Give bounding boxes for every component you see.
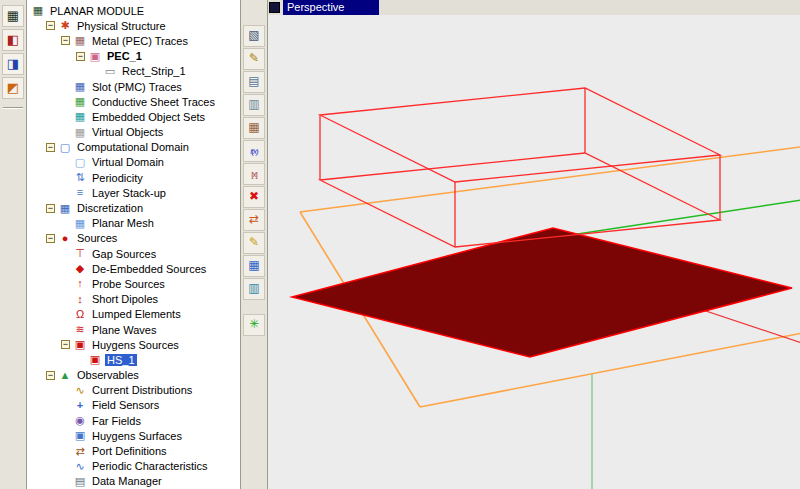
tree-item-data-manager[interactable]: −Data Manager — [27, 474, 240, 489]
tree-item-label: Current Distributions — [90, 384, 194, 396]
short-dipoles-icon — [73, 293, 87, 306]
collapse-icon[interactable]: − — [46, 204, 55, 213]
trace-tool-icon[interactable] — [243, 48, 265, 70]
update-star-icon[interactable] — [243, 314, 265, 336]
tree-item-label: Sources — [75, 232, 119, 244]
computational-domain-icon — [58, 141, 72, 154]
collapse-icon[interactable]: − — [46, 143, 55, 152]
tree-item-label: Huygens Surfaces — [90, 430, 184, 442]
viewport-header: Perspective — [268, 0, 800, 15]
tree-item-label: Discretization — [75, 202, 145, 214]
tree-item-field-sensors[interactable]: −Field Sensors — [27, 398, 240, 413]
tree-item-computational-domain[interactable]: −Computational Domain — [27, 140, 240, 155]
tree-item-far-fields[interactable]: −Far Fields — [27, 413, 240, 428]
tree-item-probe-sources[interactable]: −Probe Sources — [27, 276, 240, 291]
results-view-icon[interactable] — [2, 77, 24, 99]
plane-waves-icon — [73, 323, 87, 336]
tree-item-hs-1[interactable]: −HS_1 — [27, 352, 240, 367]
pec-group-icon — [88, 50, 102, 63]
3d-viewport[interactable]: Perspective — [268, 0, 800, 489]
tree-item-label: Rect_Strip_1 — [120, 65, 188, 77]
tree-item-label: Port Definitions — [90, 445, 169, 457]
periodic-characteristics-icon — [73, 460, 87, 473]
tree-item-huygens-sources[interactable]: −Huygens Sources — [27, 337, 240, 352]
tree-item-label: Gap Sources — [90, 248, 158, 260]
table-grid-icon[interactable] — [243, 255, 265, 277]
tree-item-embedded-object-sets[interactable]: −Embedded Object Sets — [27, 109, 240, 124]
tree-item-virtual-domain[interactable]: −Virtual Domain — [27, 155, 240, 170]
collapse-icon[interactable]: − — [46, 21, 55, 30]
tree-item-label: Far Fields — [90, 415, 143, 427]
huygens-sources-icon — [73, 338, 87, 351]
tree-item-port-definitions[interactable]: −Port Definitions — [27, 443, 240, 458]
3d-scene-canvas[interactable] — [268, 15, 800, 489]
tree-item-label: Probe Sources — [90, 278, 167, 290]
tree-item-lumped-elements[interactable]: −Lumped Elements — [27, 307, 240, 322]
discretization-icon — [58, 202, 72, 215]
lumped-elements-icon — [73, 308, 87, 321]
collapse-icon[interactable]: − — [61, 36, 70, 45]
tree-item-short-dipoles[interactable]: −Short Dipoles — [27, 292, 240, 307]
planar-mesh-icon — [73, 217, 87, 230]
tree-item-label: Field Sensors — [90, 399, 161, 411]
mesh-display-icon[interactable] — [243, 278, 265, 300]
pane-corner-icon[interactable] — [269, 2, 280, 13]
tree-item-discretization[interactable]: −Discretization — [27, 200, 240, 215]
tree-item-plane-waves[interactable]: −Plane Waves — [27, 322, 240, 337]
huygens-source-icon — [88, 353, 102, 366]
tree-item-planar-mesh[interactable]: −Planar Mesh — [27, 216, 240, 231]
tree-item-planar-module[interactable]: PLANAR MODULE — [27, 3, 240, 18]
pec-plate-object[interactable] — [292, 228, 792, 357]
collapse-icon[interactable]: − — [76, 52, 85, 61]
edit-pencil-icon[interactable] — [243, 232, 265, 254]
layers-icon[interactable] — [243, 71, 265, 93]
tree-item-metal-pec-traces[interactable]: −Metal (PEC) Traces — [27, 33, 240, 48]
slot-pmc-traces-icon — [73, 80, 87, 93]
tree-item-gap-sources[interactable]: −Gap Sources — [27, 246, 240, 261]
tree-item-huygens-surfaces[interactable]: −Huygens Surfaces — [27, 428, 240, 443]
tree-item-periodic-characteristics[interactable]: −Periodic Characteristics — [27, 459, 240, 474]
tree-item-rect-strip-1[interactable]: −Rect_Strip_1 — [27, 64, 240, 79]
collapse-icon[interactable]: − — [61, 340, 70, 349]
variables-icon[interactable] — [243, 163, 265, 185]
tree-item-conductive-sheet-traces[interactable]: −Conductive Sheet Traces — [27, 94, 240, 109]
collapse-icon[interactable]: − — [46, 371, 55, 380]
tree-item-periodicity[interactable]: −Periodicity — [27, 170, 240, 185]
current-distributions-icon — [73, 384, 87, 397]
window-view-icon[interactable] — [243, 94, 265, 116]
tree-item-current-distributions[interactable]: −Current Distributions — [27, 383, 240, 398]
editor-view-icon[interactable] — [2, 29, 24, 51]
mesh-grid-icon[interactable] — [243, 117, 265, 139]
huygens-box-wireframe[interactable] — [320, 88, 720, 247]
tree-item-label: Plane Waves — [90, 324, 158, 336]
tree-item-label: HS_1 — [105, 354, 137, 366]
observables-icon — [58, 369, 72, 382]
transform-icon[interactable] — [243, 209, 265, 231]
domain-box-icon[interactable] — [243, 25, 265, 47]
delete-icon[interactable] — [243, 186, 265, 208]
tree-item-label: Slot (PMC) Traces — [90, 81, 184, 93]
tree-item-virtual-objects[interactable]: −Virtual Objects — [27, 125, 240, 140]
tree-item-observables[interactable]: −Observables — [27, 368, 240, 383]
tree-item-sources[interactable]: −Sources — [27, 231, 240, 246]
rect-strip-icon — [103, 65, 117, 78]
probe-sources-icon — [73, 277, 87, 290]
tree-item-pec-1[interactable]: −PEC_1 — [27, 49, 240, 64]
tree-item-physical-structure[interactable]: −Physical Structure — [27, 18, 240, 33]
tree-item-layer-stack-up[interactable]: −Layer Stack-up — [27, 185, 240, 200]
planar-module-window: PLANAR MODULE−Physical Structure−Metal (… — [0, 0, 800, 489]
tree-item-label: Lumped Elements — [90, 308, 183, 320]
function-icon[interactable] — [243, 140, 265, 162]
project-tree-icon[interactable] — [2, 5, 24, 27]
tree-item-label: Conductive Sheet Traces — [90, 96, 217, 108]
tree-item-label: Layer Stack-up — [90, 187, 168, 199]
tree-item-label: De-Embedded Sources — [90, 263, 208, 275]
simulation-view-icon[interactable] — [2, 53, 24, 75]
collapse-icon[interactable]: − — [46, 234, 55, 243]
tree-item-de-embedded-sources[interactable]: −De-Embedded Sources — [27, 261, 240, 276]
port-definitions-icon — [73, 445, 87, 458]
gap-sources-icon — [73, 247, 87, 260]
tree-item-label: Virtual Objects — [90, 126, 165, 138]
far-fields-icon — [73, 414, 87, 427]
tree-item-slot-pmc-traces[interactable]: −Slot (PMC) Traces — [27, 79, 240, 94]
